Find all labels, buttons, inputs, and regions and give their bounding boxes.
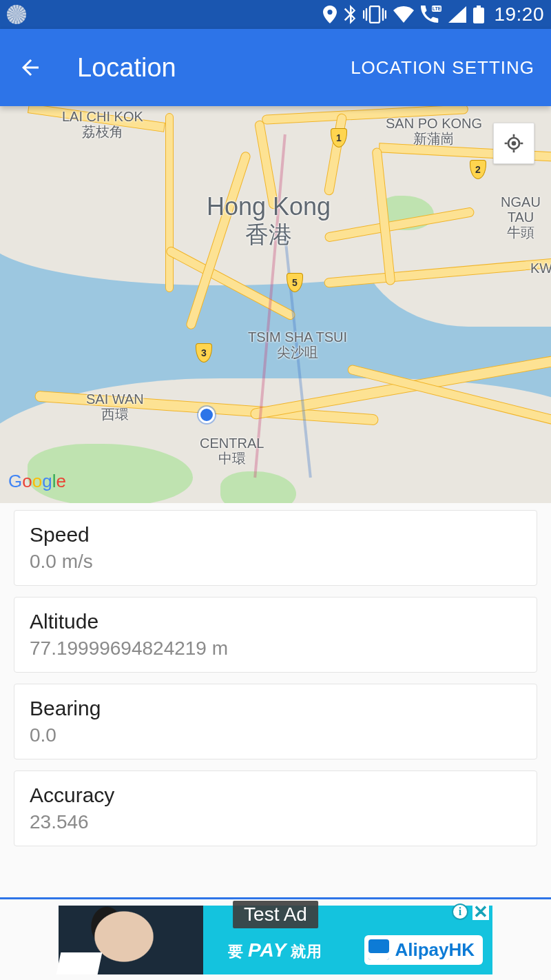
ad-info-icon[interactable]: i xyxy=(452,904,468,920)
ad-close-icon[interactable]: ✕ xyxy=(472,904,489,920)
ad-banner[interactable]: 要PAY就用 AlipayHK Test Ad i ✕ xyxy=(0,897,551,980)
my-location-button[interactable] xyxy=(493,123,534,164)
ad-tagline: 要PAY就用 xyxy=(224,939,326,962)
map-city-label-zh: 香港 xyxy=(245,221,292,247)
map-label-san-po-kong-zh: 新蒲崗 xyxy=(413,131,455,146)
metric-card-accuracy[interactable]: Accuracy 23.546 xyxy=(14,770,537,846)
map-label-ngau-tau-en: NGAU TAU xyxy=(501,194,541,225)
sync-spinner-icon xyxy=(7,5,26,24)
svg-text:LTE: LTE xyxy=(433,6,441,11)
map-view[interactable]: 1 2 5 3 Hong Kong 香港 LAI CHI KOK 荔枝角 SAN… xyxy=(0,106,551,503)
arrow-left-icon xyxy=(18,55,43,80)
route-shield-3: 3 xyxy=(196,343,212,363)
map-label-tst-en: TSIM SHA TSUI xyxy=(248,329,347,345)
metric-value: 0.0 m/s xyxy=(30,551,521,573)
map-label-san-po-kong-en: SAN PO KONG xyxy=(386,116,482,131)
ad-image xyxy=(59,906,203,974)
wifi-icon xyxy=(393,6,414,23)
map-label-sai-wan-zh: 西環 xyxy=(101,407,129,422)
vibrate-icon xyxy=(363,6,386,23)
map-label-central-en: CENTRAL xyxy=(200,436,264,451)
status-clock: 19:20 xyxy=(494,3,544,25)
metric-label: Accuracy xyxy=(30,784,521,807)
ad-brand-chip: AlipayHK xyxy=(364,935,483,965)
page-title: Location xyxy=(77,53,351,83)
app-bar: Location LOCATION SETTING xyxy=(0,29,551,106)
metric-label: Speed xyxy=(30,523,521,547)
bluetooth-icon xyxy=(344,5,356,24)
svg-point-4 xyxy=(512,141,517,146)
metrics-list: Speed 0.0 m/s Altitude 77.19999694824219… xyxy=(0,503,551,866)
cell-signal-icon xyxy=(448,6,466,23)
map-label-central-zh: 中環 xyxy=(218,451,246,466)
status-icons: LTE 19:20 xyxy=(323,3,544,25)
location-pin-icon xyxy=(323,6,337,23)
map-label-sai-wan-en: SAI WAN xyxy=(86,391,144,407)
phone-lte-icon: LTE xyxy=(421,6,441,23)
map-label-kw: KW xyxy=(530,261,551,276)
metric-value: 0.0 xyxy=(30,724,521,746)
metric-value: 23.546 xyxy=(30,811,521,833)
metric-card-speed[interactable]: Speed 0.0 m/s xyxy=(14,510,537,586)
metric-card-bearing[interactable]: Bearing 0.0 xyxy=(14,684,537,759)
back-button[interactable] xyxy=(17,54,44,81)
svg-rect-0 xyxy=(370,6,380,23)
my-location-dot xyxy=(198,407,215,423)
metric-card-altitude[interactable]: Altitude 77.19999694824219 m xyxy=(14,597,537,673)
map-label-lai-chi-kok-en: LAI CHI KOK xyxy=(62,109,143,124)
google-attribution: Google xyxy=(8,471,66,492)
android-status-bar: LTE 19:20 xyxy=(0,0,551,29)
metric-value: 77.19999694824219 m xyxy=(30,637,521,660)
crosshair-icon xyxy=(503,132,525,154)
map-city-label-en: Hong Kong xyxy=(207,192,331,221)
map-label-tst-zh: 尖沙咀 xyxy=(277,345,318,360)
metric-label: Bearing xyxy=(30,697,521,720)
ad-test-badge: Test Ad xyxy=(233,901,318,928)
metric-label: Altitude xyxy=(30,610,521,633)
map-label-lai-chi-kok-zh: 荔枝角 xyxy=(82,124,123,139)
location-setting-action[interactable]: LOCATION SETTING xyxy=(351,57,534,79)
map-label-ngau-tau-zh: 牛頭 xyxy=(507,225,534,240)
battery-full-icon xyxy=(473,6,484,23)
